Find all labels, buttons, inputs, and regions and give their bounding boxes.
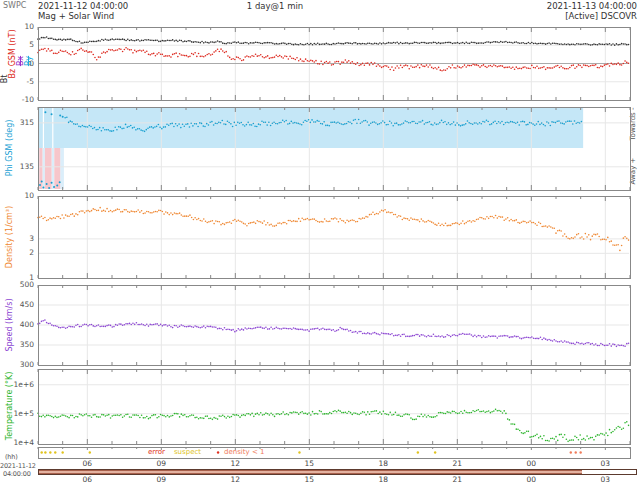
x-tick-label: 09 (146, 476, 176, 484)
x-axis-unit-label: (hh) (5, 453, 18, 461)
x-tick-label: 18 (368, 476, 398, 484)
flag-mark (49, 451, 51, 453)
x-tick-label: 12 (220, 460, 250, 468)
y-tick-label: 500 (0, 281, 34, 289)
flag-mark (44, 451, 46, 453)
time-range-selector[interactable] (38, 469, 637, 475)
x-tick-label: 21 (442, 460, 472, 468)
swpc-solar-wind-plot: SWPC 2021-11-12 04:00:00 1 day@1 min 202… (0, 0, 640, 485)
x-tick-label: 03 (590, 476, 620, 484)
x-tick-label: 06 (72, 476, 102, 484)
y-tick-label: 5 (0, 41, 34, 49)
x-tick-label: 21 (442, 476, 472, 484)
phi-data-gap (43, 108, 44, 148)
panel-border-density (38, 196, 630, 278)
x-tick-label: 00 (516, 460, 546, 468)
y-tick-label: -5 (0, 78, 34, 86)
error-legend-label: error (148, 448, 165, 457)
y-tick-label: 10 (0, 23, 34, 31)
plot-canvas[interactable] (0, 0, 640, 485)
x-tick-label: 15 (294, 460, 324, 468)
time-range-selector-fill[interactable] (39, 470, 582, 474)
flag-mark (298, 451, 300, 453)
phi-sector-band (45, 148, 52, 189)
y-tick-label: 3 (0, 235, 34, 243)
x-tick-label: 03 (590, 460, 620, 468)
phi-shading-band (42, 148, 44, 189)
y-tick-label: 450 (0, 301, 34, 309)
x-axis-start-time: 04:00:00 (3, 470, 31, 478)
flag-mark (61, 451, 63, 453)
x-tick-label: 00 (516, 476, 546, 484)
y-tick-label: 10 (0, 192, 34, 200)
y-tick-label: 135 (0, 163, 34, 171)
phi-towards-shading (39, 108, 583, 148)
x-tick-label: 15 (294, 476, 324, 484)
flag-mark (417, 451, 419, 453)
flag-mark (434, 451, 436, 453)
flag-mark (575, 451, 577, 453)
y-tick-label: 1e+4 (0, 439, 34, 447)
y-tick-label: 400 (0, 321, 34, 329)
x-tick-label: 18 (368, 460, 398, 468)
flag-mark (579, 451, 581, 453)
y-tick-label: 315 (0, 119, 34, 127)
y-tick-label: 1e+6 (0, 381, 34, 389)
flag-mark (89, 451, 91, 453)
flag-mark (570, 451, 572, 453)
y-tick-label: 0 (0, 60, 34, 68)
x-tick-label: 06 (72, 460, 102, 468)
panel-border-temperature (38, 369, 630, 444)
x-tick-label: 09 (146, 460, 176, 468)
x-axis-start-date: 2021-11-12 (0, 462, 36, 470)
y-tick-label: 300 (0, 361, 34, 369)
suspect-legend-label: suspect (174, 448, 201, 457)
density-flag-legend-label: density < 1 (224, 448, 264, 457)
x-tick-label: 12 (220, 476, 250, 484)
flag-legend: error suspect density < 1 (148, 448, 264, 457)
flag-mark (41, 451, 43, 453)
flag-mark (54, 451, 56, 453)
y-tick-label: 1e+5 (0, 410, 34, 418)
y-tick-label: 350 (0, 341, 34, 349)
phi-shading-band (60, 148, 64, 189)
y-tick-label: 2 (0, 249, 34, 257)
y-tick-label: -10 (0, 96, 34, 104)
phi-sector-band (39, 148, 42, 189)
